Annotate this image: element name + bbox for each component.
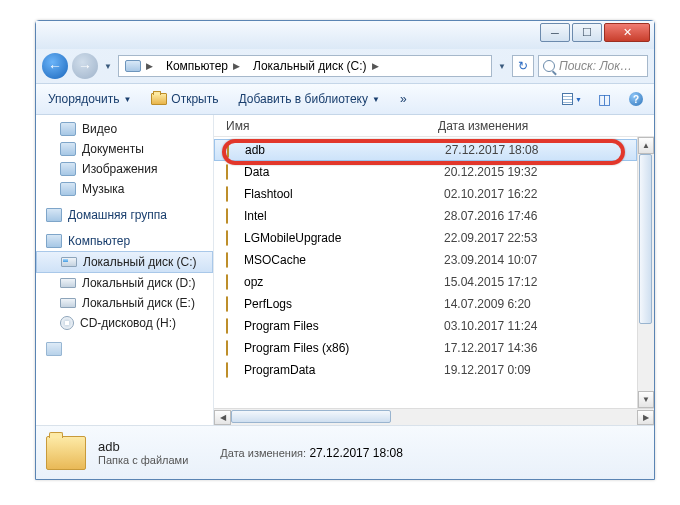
file-row[interactable]: PerfLogs14.07.2009 6:20 (214, 293, 637, 315)
views-button[interactable]: ▼ (562, 89, 582, 109)
details-type: Папка с файлами (98, 454, 188, 466)
breadcrumb[interactable]: ▶ Компьютер▶ Локальный диск (C:)▶ (118, 55, 492, 77)
crumb-computer[interactable]: Компьютер (166, 59, 228, 73)
history-dropdown[interactable]: ▼ (102, 62, 114, 71)
scroll-right[interactable]: ▶ (637, 410, 654, 425)
search-placeholder: Поиск: Лок… (559, 59, 632, 73)
forward-button[interactable]: → (72, 53, 98, 79)
sidebar-network[interactable] (36, 339, 213, 359)
details-name: adb (98, 439, 188, 454)
vscroll-thumb[interactable] (639, 154, 652, 324)
folder-icon (226, 186, 228, 202)
details-folder-icon (46, 436, 86, 470)
drive-icon (60, 278, 76, 288)
computer-icon (46, 234, 62, 248)
crumb-drive-c[interactable]: Локальный диск (C:) (253, 59, 367, 73)
folder-icon (226, 208, 228, 224)
toolbar: Упорядочить▼ Открыть Добавить в библиоте… (36, 83, 654, 115)
drive-icon (61, 257, 77, 267)
cd-icon (60, 316, 74, 330)
scroll-down[interactable]: ▼ (638, 391, 654, 408)
crumb-dropdown[interactable]: ▼ (496, 62, 508, 71)
column-header[interactable]: Имя Дата изменения (214, 115, 654, 137)
file-row[interactable]: Data20.12.2015 19:32 (214, 161, 637, 183)
file-date: 20.12.2015 19:32 (444, 165, 637, 179)
file-date: 23.09.2014 10:07 (444, 253, 637, 267)
file-name: LGMobileUpgrade (244, 231, 444, 245)
nav-row: ← → ▼ ▶ Компьютер▶ Локальный диск (C:)▶ … (36, 49, 654, 83)
file-date: 19.12.2017 0:09 (444, 363, 637, 377)
file-date: 03.10.2017 11:24 (444, 319, 637, 333)
sidebar-drive-item[interactable]: CD-дисковод (H:) (36, 313, 213, 333)
file-row[interactable]: Program Files (x86)17.12.2017 14:36 (214, 337, 637, 359)
details-mod-label: Дата изменения: (220, 447, 306, 459)
sidebar-homegroup[interactable]: Домашняя группа (36, 205, 213, 225)
file-date: 27.12.2017 18:08 (445, 143, 636, 157)
open-icon (151, 93, 167, 105)
file-row[interactable]: Flashtool02.10.2017 16:22 (214, 183, 637, 205)
sidebar-lib-item[interactable]: Изображения (36, 159, 213, 179)
scroll-left[interactable]: ◀ (214, 410, 231, 425)
folder-icon (226, 164, 228, 180)
file-date: 28.07.2016 17:46 (444, 209, 637, 223)
folder-icon (226, 318, 228, 334)
file-name: MSOCache (244, 253, 444, 267)
file-name: opz (244, 275, 444, 289)
refresh-button[interactable]: ↻ (512, 55, 534, 77)
sidebar-computer[interactable]: Компьютер (36, 231, 213, 251)
library-icon (60, 162, 76, 176)
sidebar-drive-item[interactable]: Локальный диск (D:) (36, 273, 213, 293)
preview-pane-button[interactable]: ◫ (594, 89, 614, 109)
main-pane: Имя Дата изменения adb27.12.2017 18:08Da… (214, 115, 654, 425)
folder-icon (226, 274, 228, 290)
open-button[interactable]: Открыть (147, 90, 222, 108)
library-icon (60, 142, 76, 156)
vertical-scrollbar[interactable]: ▲ ▼ (637, 137, 654, 408)
more-button[interactable]: » (396, 90, 411, 108)
file-row[interactable]: Intel28.07.2016 17:46 (214, 205, 637, 227)
library-icon (60, 182, 76, 196)
addlib-button[interactable]: Добавить в библиотеку▼ (234, 90, 383, 108)
file-row[interactable]: LGMobileUpgrade22.09.2017 22:53 (214, 227, 637, 249)
file-date: 22.09.2017 22:53 (444, 231, 637, 245)
help-button[interactable]: ? (626, 89, 646, 109)
sidebar-drive-item[interactable]: Локальный диск (E:) (36, 293, 213, 313)
sidebar: ВидеоДокументыИзображенияМузыка Домашняя… (36, 115, 214, 425)
file-row[interactable]: MSOCache23.09.2014 10:07 (214, 249, 637, 271)
col-modified[interactable]: Дата изменения (438, 119, 654, 133)
col-name[interactable]: Имя (218, 119, 438, 133)
details-pane: adb Папка с файлами Дата изменения: 27.1… (36, 425, 654, 479)
sidebar-lib-item[interactable]: Музыка (36, 179, 213, 199)
file-list[interactable]: adb27.12.2017 18:08Data20.12.2015 19:32F… (214, 137, 637, 408)
sidebar-drive-item[interactable]: Локальный диск (C:) (36, 251, 213, 273)
file-name: ProgramData (244, 363, 444, 377)
scroll-up[interactable]: ▲ (638, 137, 654, 154)
close-button[interactable]: ✕ (604, 23, 650, 42)
hscroll-thumb[interactable] (231, 410, 391, 423)
details-mod-value: 27.12.2017 18:08 (309, 446, 402, 460)
file-row[interactable]: ProgramData19.12.2017 0:09 (214, 359, 637, 381)
file-row[interactable]: opz15.04.2015 17:12 (214, 271, 637, 293)
file-name: Program Files (x86) (244, 341, 444, 355)
file-date: 02.10.2017 16:22 (444, 187, 637, 201)
folder-icon (226, 340, 228, 356)
folder-icon (226, 230, 228, 246)
minimize-button[interactable]: ─ (540, 23, 570, 42)
sidebar-lib-item[interactable]: Видео (36, 119, 213, 139)
file-row[interactable]: adb27.12.2017 18:08 (214, 139, 637, 161)
drive-icon (60, 298, 76, 308)
titlebar: ─ ☐ ✕ (36, 21, 654, 49)
homegroup-icon (46, 208, 62, 222)
file-row[interactable]: Program Files03.10.2017 11:24 (214, 315, 637, 337)
file-date: 15.04.2015 17:12 (444, 275, 637, 289)
search-input[interactable]: Поиск: Лок… (538, 55, 648, 77)
network-icon (46, 342, 62, 356)
file-name: adb (245, 143, 445, 157)
horizontal-scrollbar[interactable]: ◀ ▶ (214, 408, 654, 425)
maximize-button[interactable]: ☐ (572, 23, 602, 42)
file-name: Program Files (244, 319, 444, 333)
back-button[interactable]: ← (42, 53, 68, 79)
folder-icon (227, 142, 229, 158)
organize-button[interactable]: Упорядочить▼ (44, 90, 135, 108)
sidebar-lib-item[interactable]: Документы (36, 139, 213, 159)
